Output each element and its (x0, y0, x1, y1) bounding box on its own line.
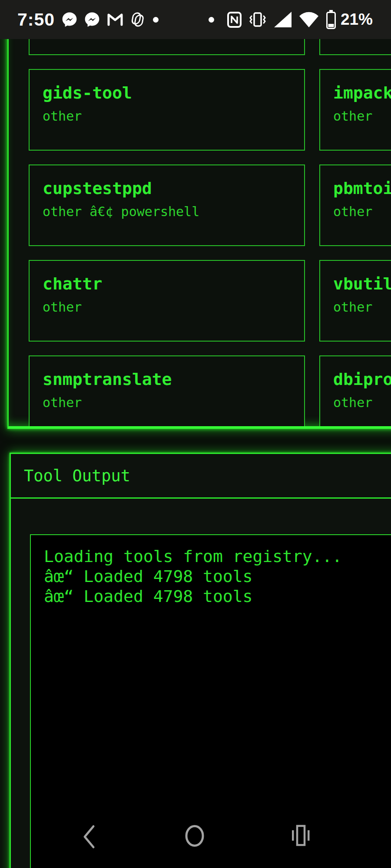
tool-category: other (43, 299, 304, 316)
tool-name: cupstestppd (43, 178, 304, 198)
vibrate-icon (249, 10, 267, 29)
tool-card[interactable]: dbipro other (319, 355, 391, 429)
nfc-icon (227, 12, 242, 28)
tool-card[interactable]: gids-tool other (29, 69, 305, 151)
messenger-icon (62, 12, 77, 27)
gmail-icon (107, 13, 123, 26)
status-dot (209, 17, 214, 23)
status-bar: 7:50 (0, 0, 391, 39)
terminal-line: âœ“ Loaded 4798 tools (44, 566, 391, 586)
tool-name: dbipro (333, 369, 391, 389)
tool-category: other (43, 395, 304, 411)
tool-output-title: Tool Output (24, 467, 130, 485)
notification-dot (153, 17, 159, 23)
phone-screen: 7:50 (0, 0, 391, 868)
back-button[interactable] (82, 824, 96, 850)
status-bar-right: 21% (209, 10, 373, 30)
tool-category: other (333, 108, 391, 125)
wifi-icon (299, 12, 319, 27)
tool-name: pbmtoi (333, 178, 391, 198)
tool-category: other â€¢ powershell (43, 204, 304, 220)
tool-card[interactable]: cupstestppd other â€¢ powershell (29, 164, 305, 246)
tool-name: impack (333, 83, 391, 103)
battery-percent: 21% (341, 10, 373, 29)
tools-grid: gids-tool other impack other cupstestppd… (9, 0, 391, 429)
battery-icon (326, 10, 336, 30)
android-nav-bar (0, 812, 391, 868)
tool-output-header: Tool Output (11, 454, 391, 499)
tool-name: chattr (43, 274, 304, 294)
tool-card[interactable]: chattr other (29, 260, 305, 342)
home-button[interactable] (184, 824, 205, 848)
tool-name: vbutil (333, 274, 391, 294)
messenger-icon (84, 12, 100, 27)
tool-name: gids-tool (43, 83, 304, 103)
tool-category: other (333, 299, 391, 316)
tool-card[interactable]: vbutil other (319, 260, 391, 342)
recents-button[interactable] (291, 824, 310, 847)
clock: 7:50 (17, 10, 55, 30)
tool-output-panel: Tool Output Loading tools from registry.… (10, 453, 391, 868)
tools-panel: gids-tool other impack other cupstestppd… (7, 0, 391, 429)
tool-category: other (43, 108, 304, 125)
signal-icon (274, 12, 292, 27)
tool-card[interactable]: snmptranslate other (29, 355, 305, 429)
status-bar-left: 7:50 (17, 10, 159, 30)
terminal-line: âœ“ Loaded 4798 tools (44, 586, 391, 606)
copilot-icon (130, 12, 146, 27)
tool-card[interactable]: impack other (319, 69, 391, 151)
tool-category: other (333, 395, 391, 411)
terminal-line: Loading tools from registry... (44, 546, 391, 566)
tool-category: other (333, 204, 391, 220)
tool-card[interactable]: pbmtoi other (319, 164, 391, 246)
tool-name: snmptranslate (43, 369, 304, 389)
